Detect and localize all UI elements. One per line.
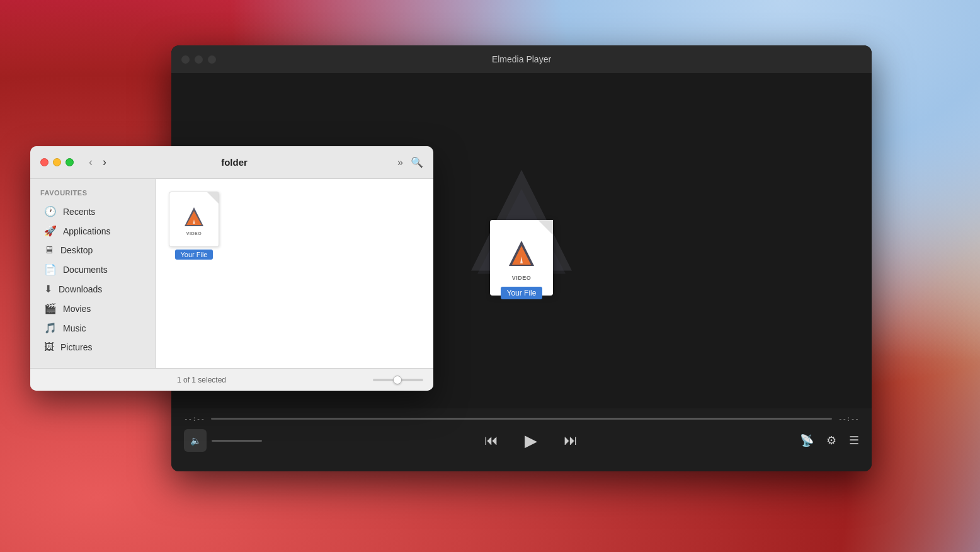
sidebar-item-pictures[interactable]: 🖼 Pictures [34,338,152,357]
sidebar-item-label-movies: Movies [63,304,91,314]
playlist-button[interactable]: ☰ [849,434,859,447]
next-button[interactable]: ⏭ [564,432,578,449]
pictures-icon: 🖼 [44,342,54,353]
file-name-tag: Your File [175,250,212,260]
file-grid: VIDEO Your File [169,192,421,355]
sidebar-item-applications[interactable]: 🚀 Applications [34,221,152,241]
sidebar-item-label-downloads: Downloads [59,284,102,294]
player-file-name: Your File [501,287,543,299]
player-file-display: VIDEO Your File [490,182,553,299]
finder-folder-name: folder [79,157,390,168]
music-icon: 🎵 [44,322,57,334]
center-controls: ⏮ ▶ ⏭ [262,427,800,454]
slider-thumb [393,376,402,384]
player-controls-area: --:-- --:-- 🔈 ⏮ ▶ ⏭ 📡 ⚙ ☰ [171,408,872,471]
sidebar-item-label-recents: Recents [63,207,95,217]
player-file-card: VIDEO [490,220,553,296]
progress-track[interactable] [211,418,832,420]
sidebar-item-label-applications: Applications [63,226,111,236]
sidebar-item-desktop[interactable]: 🖥 Desktop [34,241,152,260]
sidebar-section-favourites: Favourites [30,189,156,202]
minimize-button[interactable] [53,158,61,166]
sidebar-item-documents[interactable]: 📄 Documents [34,260,152,279]
close-button[interactable] [40,158,48,166]
player-file-type: VIDEO [512,275,532,281]
right-controls: 📡 ⚙ ☰ [800,434,859,447]
player-minimize-button[interactable] [195,55,203,64]
sidebar-item-label-desktop: Desktop [60,245,93,255]
progress-bar-row: --:-- --:-- [171,408,872,427]
finder-toolbar-right: » 🔍 [397,156,423,168]
traffic-lights [40,158,74,166]
desktop-icon: 🖥 [44,244,54,256]
finder-body: Favourites 🕐 Recents 🚀 Applications 🖥 De… [30,179,433,368]
player-file-logo [503,234,540,272]
sidebar-item-label-music: Music [63,323,86,333]
volume-slider[interactable] [212,440,262,442]
search-button[interactable]: 🔍 [411,156,423,168]
sidebar-item-label-pictures: Pictures [60,342,93,352]
volume-icon: 🔈 [190,435,201,446]
finder-statusbar: 1 of 1 selected [30,368,433,391]
downloads-icon: ⬇ [44,283,52,295]
maximize-button[interactable] [66,158,74,166]
file-type-label: VIDEO [186,231,202,236]
sidebar-item-recents[interactable]: 🕐 Recents [34,202,152,221]
file-item[interactable]: VIDEO Your File [169,192,219,260]
icon-size-slider[interactable] [373,379,423,381]
play-button[interactable]: ▶ [517,427,545,454]
view-options-button[interactable]: » [397,157,403,168]
settings-button[interactable]: ⚙ [826,434,836,447]
status-text: 1 of 1 selected [40,376,363,384]
time-end: --:-- [838,415,859,423]
player-titlebar: Elmedia Player [171,45,872,73]
player-title: Elmedia Player [492,54,551,64]
controls-row: 🔈 ⏮ ▶ ⏭ 📡 ⚙ ☰ [171,427,872,454]
movies-icon: 🎬 [44,302,57,314]
player-traffic-lights [181,55,216,64]
sidebar-item-movies[interactable]: 🎬 Movies [34,299,152,318]
file-logo [181,204,207,230]
volume-section: 🔈 [184,429,262,452]
player-close-button[interactable] [181,55,190,64]
airplay-button[interactable]: 📡 [800,434,814,447]
finder-titlebar: ‹ › folder » 🔍 [30,146,433,179]
sidebar-item-music[interactable]: 🎵 Music [34,318,152,338]
player-maximize-button[interactable] [208,55,216,64]
finder-window: ‹ › folder » 🔍 Favourites 🕐 Recents 🚀 Ap… [30,146,433,391]
finder-sidebar: Favourites 🕐 Recents 🚀 Applications 🖥 De… [30,179,156,368]
sidebar-item-label-documents: Documents [63,265,108,275]
volume-button[interactable]: 🔈 [184,429,207,452]
finder-main: VIDEO Your File [156,179,433,368]
time-start: --:-- [184,415,205,423]
file-card: VIDEO [169,192,219,247]
sidebar-item-downloads[interactable]: ⬇ Downloads [34,279,152,299]
applications-icon: 🚀 [44,225,57,237]
prev-button[interactable]: ⏮ [484,432,498,449]
recents-icon: 🕐 [44,205,57,217]
documents-icon: 📄 [44,263,57,275]
